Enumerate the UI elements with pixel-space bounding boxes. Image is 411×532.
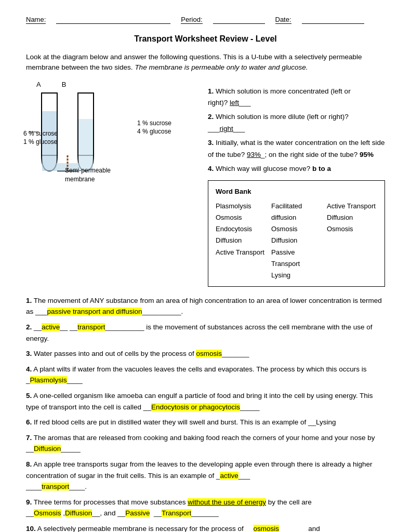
word-bank-col1: Plasmolysis Osmosis Endocytosis Diffusio…	[216, 201, 266, 281]
mq7: 7. The aromas that are released from coo…	[26, 432, 385, 455]
mq6: 6. If red blood cells are put in distill…	[26, 417, 385, 428]
word-bank-col2: Facilitated diffusion Osmosis Diffusion …	[271, 201, 322, 281]
svg-rect-5	[42, 155, 57, 171]
mq10: 10. A selectively permeable membrane is …	[26, 523, 385, 532]
name-label: Name:	[26, 16, 46, 24]
mq2: 2. __active__ __transport__________ is t…	[26, 322, 385, 344]
page-title: Transport Worksheet Review - Level	[26, 34, 385, 44]
semi-permeable-label: Semi-permeable membrane	[65, 166, 111, 184]
q3: 3. Initially, what is the water concentr…	[208, 137, 385, 161]
right-side-labels: 1 % sucrose 4 % glucose	[137, 119, 171, 137]
mq1: 1. The movement of ANY substance from an…	[26, 295, 385, 317]
header: Name: Period: Date:	[26, 16, 385, 24]
word-bank-col3: Active Transport Diffusion Osmosis	[327, 201, 377, 281]
mq9: 9. Three terms for processes that move s…	[26, 497, 385, 519]
mq5: 5. A one-celled organism like amoeba can…	[26, 390, 385, 413]
diagram-questions: 1. Which solution is more concentrated (…	[208, 81, 385, 287]
q4: 4. Which way will glucose move? b to a	[208, 163, 385, 175]
period-line	[213, 16, 265, 24]
main-questions: 1. The movement of ANY substance from an…	[26, 295, 385, 532]
diagram-top-labels: A B	[36, 81, 135, 88]
label-a: A	[36, 81, 41, 88]
period-label: Period:	[181, 16, 202, 24]
diagram-left: A B	[26, 81, 135, 184]
mq8: 8. An apple tree transports sugar from t…	[26, 459, 385, 493]
intro-text: Look at the diagram below and answer the…	[26, 52, 385, 73]
word-bank: Word Bank Plasmolysis Osmosis Endocytosi…	[208, 180, 385, 287]
diagram-section: A B	[26, 81, 385, 287]
date-line	[302, 16, 364, 24]
word-bank-title: Word Bank	[216, 186, 377, 197]
label-b: B	[62, 81, 67, 88]
mq3: 3. Water passes into and out of cells by…	[26, 348, 385, 360]
q1: 1. Which solution is more concentrated (…	[208, 86, 385, 110]
q2: 2. Which solution is more dilute (left o…	[208, 111, 385, 135]
name-line	[56, 16, 170, 24]
word-bank-grid: Plasmolysis Osmosis Endocytosis Diffusio…	[216, 201, 377, 281]
mq4: 4. A plant wilts if water from the vacuo…	[26, 364, 385, 386]
svg-rect-4	[78, 119, 93, 155]
date-label: Date:	[275, 16, 291, 24]
left-side-labels: 6 % sucrose 1 % glucose	[23, 129, 58, 147]
